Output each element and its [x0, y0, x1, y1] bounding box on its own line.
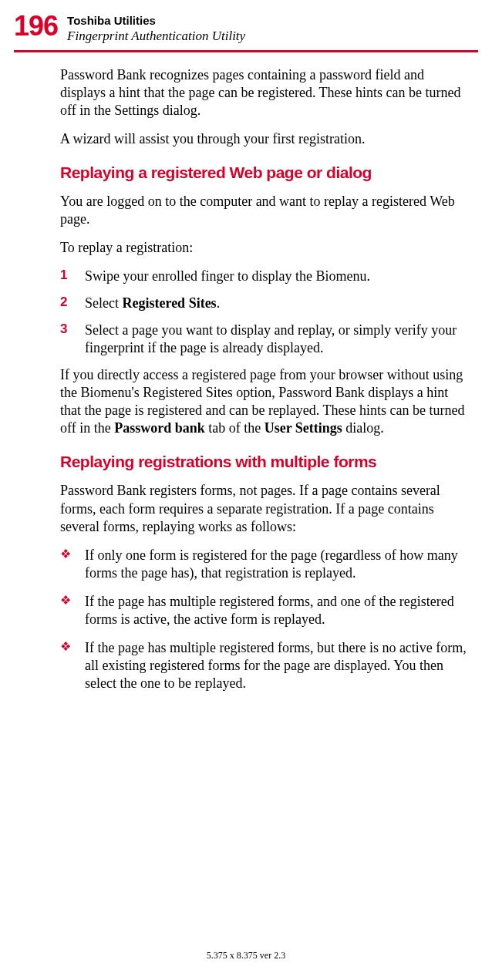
paragraph: Password Bank registers forms, not pages… — [60, 482, 470, 535]
bullet-item: ❖ If the page has multiple registered fo… — [60, 639, 470, 692]
bullet-icon: ❖ — [60, 593, 71, 628]
bullet-text: If the page has multiple registered form… — [85, 593, 470, 628]
heading-replaying-multiple: Replaying registrations with multiple fo… — [60, 453, 470, 471]
bullet-item: ❖ If only one form is registered for the… — [60, 547, 470, 582]
paragraph: To replay a registration: — [60, 239, 470, 257]
page-number: 196 — [14, 12, 58, 40]
bold-text: Password bank — [114, 420, 205, 436]
bullet-text: If the page has multiple registered form… — [85, 639, 470, 692]
section-subtitle: Fingerprint Authentication Utility — [67, 29, 245, 44]
bold-text: User Settings — [265, 420, 342, 436]
page-footer: 5.375 x 8.375 ver 2.3 — [0, 950, 492, 961]
paragraph: A wizard will assist you through your fi… — [60, 130, 470, 148]
bullet-icon: ❖ — [60, 547, 71, 582]
page-header: 196 Toshiba Utilities Fingerprint Authen… — [14, 12, 478, 44]
step-item: 1 Swipe your enrolled finger to display … — [60, 268, 470, 285]
step-item: 2 Select Registered Sites. — [60, 295, 470, 312]
step-item: 3 Select a page you want to display and … — [60, 322, 470, 357]
step-number: 2 — [60, 295, 71, 312]
bullet-item: ❖ If the page has multiple registered fo… — [60, 593, 470, 628]
page-content: Password Bank recognizes pages containin… — [14, 66, 478, 692]
chapter-title: Toshiba Utilities — [67, 14, 245, 27]
step-text: Select Registered Sites. — [85, 295, 470, 312]
step-number: 3 — [60, 322, 71, 357]
paragraph: Password Bank recognizes pages containin… — [60, 66, 470, 120]
step-text: Select a page you want to display and re… — [85, 322, 470, 357]
header-divider — [14, 50, 478, 52]
paragraph: If you directly access a registered page… — [60, 366, 470, 437]
paragraph: You are logged on to the computer and wa… — [60, 193, 470, 228]
header-titles: Toshiba Utilities Fingerprint Authentica… — [67, 12, 245, 44]
bullet-text: If only one form is registered for the p… — [85, 547, 470, 582]
heading-replaying-web: Replaying a registered Web page or dialo… — [60, 163, 470, 182]
step-text: Swipe your enrolled finger to display th… — [85, 268, 470, 285]
bold-text: Registered Sites — [122, 295, 216, 311]
bullet-icon: ❖ — [60, 639, 71, 692]
step-number: 1 — [60, 268, 71, 285]
